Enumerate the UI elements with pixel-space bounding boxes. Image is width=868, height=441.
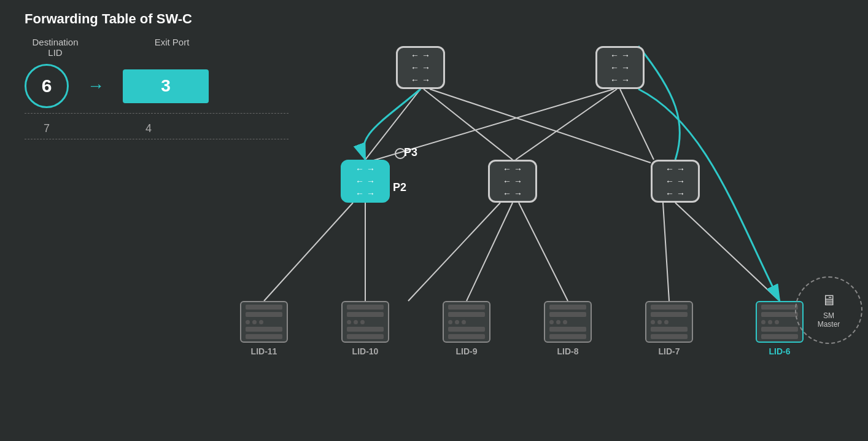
server-label-lid-9: LID-9: [456, 346, 478, 356]
page-title: Forwarding Table of SW-C: [25, 11, 192, 27]
sm-master-icon: 🖥: [821, 292, 836, 309]
lid-value-7: 7: [25, 122, 69, 135]
arrow-icon: →: [87, 76, 104, 96]
lid-value-6: 6: [25, 64, 69, 108]
server-label-lid-8: LID-8: [557, 346, 579, 356]
svg-line-5: [620, 89, 654, 160]
port-value-3: 3: [123, 69, 209, 103]
header-exit-port: Exit Port: [141, 37, 203, 58]
svg-line-10: [519, 203, 568, 301]
sm-master-node: 🖥 SMMaster: [795, 276, 862, 344]
table-row-plain: 7 4: [25, 119, 289, 139]
server-lid-7: LID-7: [645, 301, 694, 356]
forwarding-table: Destination LID Exit Port 6 → 3 7 4: [25, 37, 289, 139]
table-row-highlight: 6 → 3: [25, 64, 289, 114]
table-headers: Destination LID Exit Port: [25, 37, 289, 58]
switch-top-left: ←→ ←→ ←→: [396, 46, 445, 89]
switch-top-right: ←→ ←→ ←→: [595, 46, 645, 89]
server-lid-8: LID-8: [543, 301, 592, 356]
switch-mid-right: ←→ ←→ ←→: [651, 160, 700, 203]
svg-line-6: [264, 203, 353, 301]
port-label-p2: P2: [393, 181, 406, 194]
svg-line-8: [408, 203, 500, 301]
sm-master-label: SMMaster: [818, 311, 840, 329]
server-lid-9: LID-9: [442, 301, 491, 356]
port-label-p3: P3: [404, 146, 417, 159]
server-label-lid-10: LID-10: [352, 346, 379, 356]
svg-line-9: [467, 203, 513, 301]
svg-line-1: [424, 89, 513, 160]
svg-line-2: [430, 89, 651, 163]
svg-line-11: [663, 203, 669, 301]
switch-mid-left: ←→ ←→ ←→: [341, 160, 390, 203]
server-lid-11: LID-11: [239, 301, 289, 356]
server-label-lid-11: LID-11: [251, 346, 277, 356]
svg-line-3: [365, 89, 614, 163]
header-destination-lid: Destination LID: [25, 37, 86, 58]
svg-line-12: [675, 203, 780, 301]
server-label-lid-7: LID-7: [659, 346, 680, 356]
svg-line-4: [516, 89, 617, 160]
port-value-4: 4: [106, 122, 192, 135]
server-label-lid-6: LID-6: [769, 346, 791, 356]
server-lid-10: LID-10: [341, 301, 390, 356]
switch-mid-center: ←→ ←→ ←→: [488, 160, 537, 203]
